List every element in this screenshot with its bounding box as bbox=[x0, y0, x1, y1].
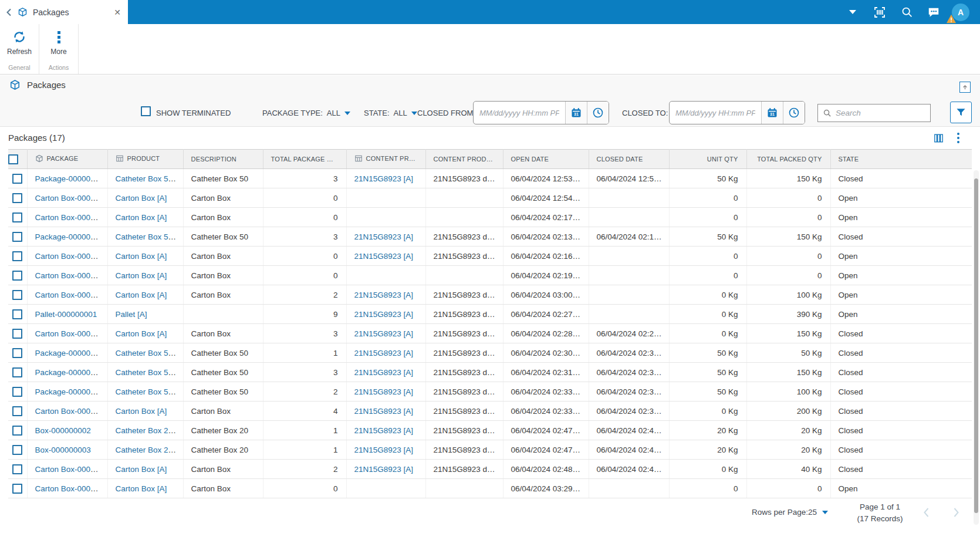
calendar-icon[interactable]: 31 bbox=[565, 102, 587, 124]
column-header-total_packed_qty[interactable]: TOTAL PACKED QTY bbox=[746, 150, 830, 169]
row-checkbox[interactable] bbox=[12, 290, 22, 300]
tab-packages[interactable]: Packages ✕ bbox=[0, 0, 128, 24]
product-link[interactable]: Carton Box [A] bbox=[116, 291, 167, 299]
package-link[interactable]: Pallet-000000001 bbox=[35, 310, 97, 319]
search-icon[interactable] bbox=[893, 0, 920, 24]
content_product-link[interactable]: 21N15G8923 [A] bbox=[354, 232, 414, 241]
table-row[interactable]: Carton Box-00000001Carton Box [A]Carton … bbox=[8, 460, 972, 479]
table-row[interactable]: Package-000000015Catheter Box 50 [A]Cath… bbox=[8, 227, 972, 247]
package-link[interactable]: Package-000000025 bbox=[35, 368, 108, 377]
row-checkbox[interactable] bbox=[12, 387, 22, 397]
table-row[interactable]: Box-000000002Catheter Box 20 [A]Catheter… bbox=[8, 421, 972, 440]
product-link[interactable]: Catheter Box 50 [A] bbox=[116, 368, 184, 377]
barcode-scan-icon[interactable] bbox=[866, 0, 893, 24]
column-header-unit_qty[interactable]: UNIT QTY bbox=[669, 150, 746, 169]
row-checkbox[interactable] bbox=[12, 329, 22, 339]
product-link[interactable]: Carton Box [A] bbox=[116, 194, 167, 203]
table-row[interactable]: Package-000000024Catheter Box 50 [A]Cath… bbox=[8, 343, 972, 363]
content_product-link[interactable]: 21N15G8923 [A] bbox=[354, 426, 414, 435]
column-header-total_package_qty[interactable]: TOTAL PACKAGE QTY bbox=[263, 150, 346, 169]
user-menu[interactable]: A bbox=[947, 0, 974, 24]
product-link[interactable]: Catheter Box 20 [A] bbox=[116, 446, 184, 454]
column-header-product[interactable]: PRODUCT bbox=[107, 150, 183, 169]
product-link[interactable]: Carton Box [A] bbox=[116, 271, 167, 280]
row-checkbox[interactable] bbox=[12, 174, 22, 184]
row-checkbox[interactable] bbox=[12, 232, 22, 242]
table-row[interactable]: Pallet-000000001Pallet [A]921N15G8923 [A… bbox=[8, 305, 972, 324]
product-link[interactable]: Carton Box [A] bbox=[116, 484, 167, 493]
table-row[interactable]: Package-000000001Catheter Box 50 [A]Cath… bbox=[8, 169, 972, 188]
column-header-content_product_desc[interactable]: CONTENT PRODUCT DE… bbox=[425, 150, 503, 169]
content_product-link[interactable]: 21N15G8923 [A] bbox=[354, 446, 414, 454]
row-checkbox[interactable] bbox=[12, 271, 22, 281]
column-chooser-button[interactable] bbox=[932, 131, 945, 144]
closed-to-input[interactable] bbox=[670, 102, 761, 124]
row-checkbox[interactable] bbox=[12, 309, 22, 319]
product-link[interactable]: Catheter Box 50 [A] bbox=[116, 349, 184, 357]
package-link[interactable]: Box-000000002 bbox=[35, 426, 91, 435]
column-header-description[interactable]: DESCRIPTION bbox=[183, 150, 263, 169]
previous-page-button[interactable] bbox=[918, 505, 934, 520]
package-link[interactable]: Carton Box-00000001 bbox=[35, 465, 108, 474]
row-checkbox[interactable] bbox=[12, 426, 22, 436]
content_product-link[interactable]: 21N15G8923 [A] bbox=[354, 368, 414, 377]
search-input[interactable] bbox=[836, 109, 940, 117]
table-row[interactable]: Carton Box-00000001Carton Box [A]Carton … bbox=[8, 479, 972, 498]
product-link[interactable]: Catheter Box 50 [A] bbox=[116, 387, 184, 396]
product-link[interactable]: Catheter Box 20 [A] bbox=[116, 426, 184, 435]
package-link[interactable]: Package-000000024 bbox=[35, 349, 108, 357]
state-dropdown[interactable]: STATE: ALL bbox=[364, 109, 417, 117]
collapse-panel-button[interactable] bbox=[959, 82, 971, 93]
clock-icon[interactable] bbox=[783, 102, 805, 124]
product-link[interactable]: Catheter Box 50 [A] bbox=[116, 174, 184, 183]
product-link[interactable]: Carton Box [A] bbox=[116, 407, 167, 416]
content_product-link[interactable]: 21N15G8923 [A] bbox=[354, 252, 414, 261]
package-link[interactable]: Carton Box-00000001 bbox=[35, 484, 108, 493]
package-link[interactable]: Package-000000027 bbox=[35, 387, 108, 396]
package-link[interactable]: Carton Box-00000000 bbox=[35, 329, 108, 338]
filter-button[interactable] bbox=[950, 102, 972, 123]
table-row[interactable]: Carton Box-00000000Carton Box [A]Carton … bbox=[8, 266, 972, 285]
package-link[interactable]: Carton Box-00000000 bbox=[35, 291, 108, 299]
package-link[interactable]: Box-000000003 bbox=[35, 446, 91, 454]
content_product-link[interactable]: 21N15G8923 [A] bbox=[354, 310, 414, 319]
package-type-dropdown[interactable]: PACKAGE TYPE: ALL bbox=[262, 109, 350, 117]
calendar-icon[interactable]: 31 bbox=[761, 102, 783, 124]
package-link[interactable]: Carton Box-00000000 bbox=[35, 194, 108, 203]
table-row[interactable]: Package-000000025Catheter Box 50 [A]Cath… bbox=[8, 363, 972, 382]
row-checkbox[interactable] bbox=[12, 406, 22, 416]
close-icon[interactable]: ✕ bbox=[114, 8, 121, 16]
back-chevron-icon[interactable] bbox=[6, 8, 12, 16]
table-row[interactable]: Carton Box-00000000Carton Box [A]Carton … bbox=[8, 208, 972, 227]
row-checkbox[interactable] bbox=[12, 251, 22, 261]
table-row[interactable]: Carton Box-00000000Carton Box [A]Carton … bbox=[8, 285, 972, 305]
grid-more-button[interactable] bbox=[952, 131, 965, 144]
table-row[interactable]: Carton Box-00000001Carton Box [A]Carton … bbox=[8, 402, 972, 421]
table-row[interactable]: Box-000000003Catheter Box 20 [A]Catheter… bbox=[8, 440, 972, 460]
package-link[interactable]: Carton Box-00000000 bbox=[35, 252, 108, 261]
content_product-link[interactable]: 21N15G8923 [A] bbox=[354, 387, 414, 396]
package-link[interactable]: Carton Box-00000000 bbox=[35, 271, 108, 280]
closed-from-input[interactable] bbox=[474, 102, 565, 124]
column-header-closed_date[interactable]: CLOSED DATE bbox=[589, 150, 669, 169]
column-header-package[interactable]: PACKAGE bbox=[27, 150, 107, 169]
show-terminated-checkbox[interactable] bbox=[141, 106, 151, 116]
row-checkbox[interactable] bbox=[12, 484, 22, 494]
avatar[interactable]: A bbox=[952, 4, 969, 21]
clock-icon[interactable] bbox=[587, 102, 609, 124]
product-link[interactable]: Carton Box [A] bbox=[116, 329, 167, 338]
row-checkbox[interactable] bbox=[12, 212, 22, 222]
row-checkbox[interactable] bbox=[12, 193, 22, 203]
table-row[interactable]: Carton Box-00000000Carton Box [A]Carton … bbox=[8, 247, 972, 266]
product-link[interactable]: Carton Box [A] bbox=[116, 465, 167, 474]
table-row[interactable]: Carton Box-00000000Carton Box [A]Carton … bbox=[8, 188, 972, 208]
column-header-open_date[interactable]: OPEN DATE bbox=[503, 150, 589, 169]
product-link[interactable]: Carton Box [A] bbox=[116, 213, 167, 222]
content_product-link[interactable]: 21N15G8923 [A] bbox=[354, 465, 414, 474]
column-header-content_product[interactable]: CONTENT PRODUCT bbox=[346, 150, 425, 169]
product-link[interactable]: Carton Box [A] bbox=[116, 252, 167, 261]
product-link[interactable]: Catheter Box 50 [A] bbox=[116, 232, 184, 241]
package-link[interactable]: Package-000000015 bbox=[35, 232, 108, 241]
package-link[interactable]: Carton Box-00000001 bbox=[35, 407, 108, 416]
select-all-checkbox[interactable] bbox=[8, 154, 18, 164]
